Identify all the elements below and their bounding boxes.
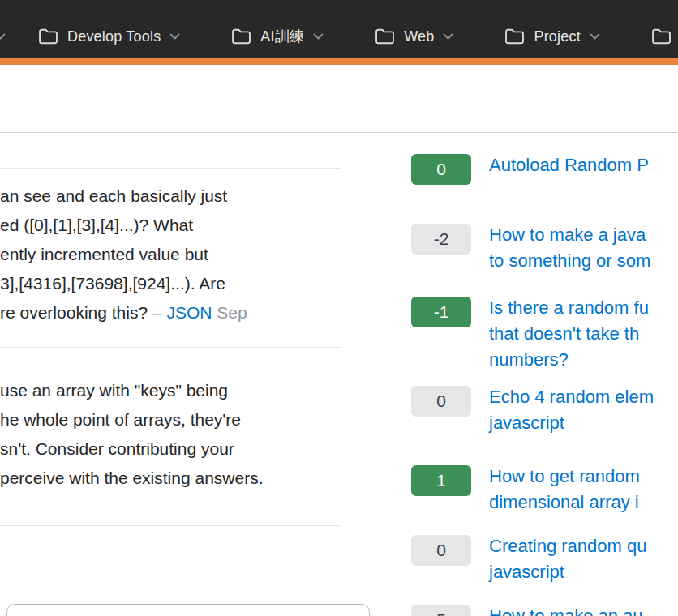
related-question-title: How to make an au <box>489 603 643 616</box>
comment: use an array with "keys" being he whole … <box>0 376 357 493</box>
related-question-link[interactable]: How to make a java to something or som <box>489 222 650 274</box>
comment-text: he whole point of arrays, they're <box>0 405 357 434</box>
comment: an see and each basically just ed ([0],[… <box>0 182 357 327</box>
related-questions-list: 0 Autoload Random P -2 How to make a jav… <box>411 152 678 616</box>
comment-text: 3],[4316],[73698],[924]...). Are <box>0 269 357 298</box>
bookmark-label: AI訓練 <box>260 27 304 46</box>
related-question-title: numbers? <box>489 347 649 373</box>
bookmarks-bar: Develop Tools AI訓練 Web Project <box>0 0 678 58</box>
related-question-title: dimensional array i <box>489 490 640 515</box>
related-question-title: Autoload Random P <box>489 152 649 178</box>
comment-divider <box>0 168 341 169</box>
vote-count-badge: 1 <box>411 465 471 496</box>
related-question-title: How to get random <box>489 464 640 490</box>
comment-text: sn't. Consider contributing your <box>0 434 357 464</box>
related-question-title: to something or som <box>489 248 650 274</box>
comment-author-link[interactable]: JSON <box>166 303 212 322</box>
comment-input[interactable] <box>6 604 370 616</box>
related-question-link[interactable]: How to make an au <box>489 603 643 616</box>
comment-text: perceive with the existing answers. <box>0 464 357 493</box>
folder-icon <box>374 28 396 45</box>
comment-text: ed ([0],[1],[3],[4]...)? What <box>0 211 357 240</box>
related-question-link[interactable]: Is there a random fu that doesn't take t… <box>489 295 649 373</box>
related-question-item: 0 Echo 4 random elem javascript <box>411 384 678 436</box>
chevron-down-icon <box>312 33 324 40</box>
related-question-item: 5 How to make an au <box>411 603 678 616</box>
comment-text: use an array with "keys" being <box>0 376 357 405</box>
related-question-title: How to make a java <box>489 222 650 248</box>
related-question-item: -1 Is there a random fu that doesn't tak… <box>411 295 678 373</box>
chevron-down-icon[interactable] <box>0 33 6 40</box>
comment-text: re overlooking this? – JSON Sep <box>0 298 357 327</box>
related-question-title: Is there a random fu <box>489 295 649 321</box>
folder-icon <box>504 28 526 45</box>
folder-icon <box>230 28 252 45</box>
bookmark-folder-partial[interactable] <box>650 28 678 45</box>
vote-count-badge: -1 <box>411 297 471 327</box>
related-question-title: that doesn't take th <box>489 321 649 347</box>
related-question-item: 0 Creating random qu javascript <box>411 533 678 585</box>
comment-divider <box>0 525 341 526</box>
comment-text: re overlooking this? – <box>0 303 162 322</box>
page-content: an see and each basically just ed ([0],[… <box>0 65 678 616</box>
related-question-item: -2 How to make a java to something or so… <box>411 222 678 274</box>
bookmark-label: Project <box>534 28 580 45</box>
chevron-down-icon <box>589 33 600 40</box>
chevron-down-icon <box>442 33 453 40</box>
bookmark-folder-ai-training[interactable]: AI訓練 <box>230 27 324 46</box>
comment-date: Sep <box>217 303 247 322</box>
folder-icon <box>37 28 59 45</box>
related-question-title: javascript <box>489 410 654 436</box>
related-question-title: javascript <box>489 559 646 585</box>
content-divider <box>0 132 678 133</box>
related-question-item: 0 Autoload Random P <box>411 152 678 185</box>
bookmark-folder-develop-tools[interactable]: Develop Tools <box>37 28 180 45</box>
folder-icon <box>650 28 672 45</box>
vote-count-badge: -2 <box>411 224 471 255</box>
comment-text: ently incremented value but <box>0 240 357 269</box>
bookmark-folder-project[interactable]: Project <box>504 28 599 45</box>
related-question-title: Creating random qu <box>489 533 646 559</box>
related-question-title: Echo 4 random elem <box>489 384 654 410</box>
top-accent-bar <box>0 58 678 65</box>
vote-count-badge: 0 <box>411 154 471 185</box>
related-question-link[interactable]: Autoload Random P <box>489 152 649 178</box>
chevron-down-icon <box>169 33 180 40</box>
vote-count-badge: 0 <box>411 386 471 417</box>
bookmark-label: Develop Tools <box>67 28 161 45</box>
related-question-item: 1 How to get random dimensional array i <box>411 464 678 515</box>
related-question-link[interactable]: How to get random dimensional array i <box>489 464 640 515</box>
related-question-link[interactable]: Echo 4 random elem javascript <box>489 384 654 436</box>
vote-count-badge: 0 <box>411 535 471 566</box>
comment-text: an see and each basically just <box>0 182 357 211</box>
vote-count-badge: 5 <box>411 605 471 616</box>
comment-divider <box>0 347 341 348</box>
bookmark-label: Web <box>404 28 434 45</box>
bookmark-folder-web[interactable]: Web <box>374 28 453 45</box>
related-question-link[interactable]: Creating random qu javascript <box>489 533 646 585</box>
